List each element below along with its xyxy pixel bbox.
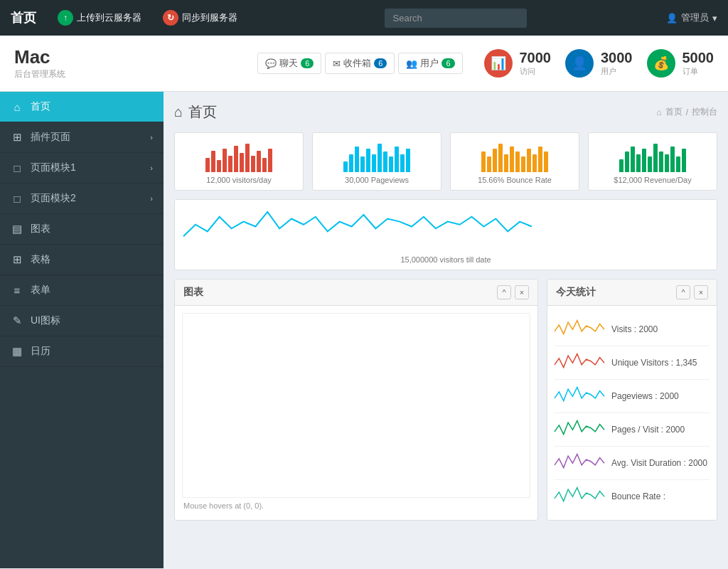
today-stat-row-1: Unique Visitors : 1,345 <box>555 346 710 380</box>
bar <box>406 149 410 172</box>
bar <box>240 153 244 172</box>
users-stat-num: 3000 <box>601 50 633 66</box>
search-input[interactable] <box>385 9 527 28</box>
today-stat-label-0: Visits : 2000 <box>611 324 710 334</box>
mini-sparkline-4 <box>555 452 604 474</box>
module2-icon: □ <box>11 193 23 205</box>
breadcrumb-home-link[interactable]: 首页 <box>665 106 682 118</box>
stat-card-1: 30,000 Pageviews <box>312 132 441 191</box>
bar <box>251 156 255 172</box>
bar <box>504 154 508 172</box>
ui-icons-icon: ✎ <box>11 314 23 327</box>
chart-title: 图表 <box>183 286 203 299</box>
bar <box>498 144 503 172</box>
main-chart-svg <box>183 314 530 497</box>
bar <box>245 144 250 172</box>
today-stat-label-4: Avg. Visit Duration : 2000 <box>611 458 710 468</box>
bar <box>400 154 405 172</box>
visits-stat: 📊 7000 访问 <box>484 49 552 78</box>
charts-icon: ▤ <box>11 223 23 235</box>
stat-card-bars-3 <box>597 140 708 172</box>
today-close-btn[interactable]: × <box>694 285 708 299</box>
bar <box>205 158 210 172</box>
bar <box>234 146 238 172</box>
chevron-right-icon: › <box>150 133 153 142</box>
sidebar-item-home[interactable]: ⌂ 首页 <box>0 92 164 122</box>
today-stat-row-5: Bounce Rate : <box>555 480 710 513</box>
chat-btn[interactable]: 💬 聊天 6 <box>257 53 321 74</box>
header-stats: 📊 7000 访问 👤 3000 用户 💰 5000 订单 <box>484 49 714 78</box>
sparkline-chart <box>183 207 532 250</box>
stat-card-2: 15.66% Bounce Rate <box>450 132 579 191</box>
tables-icon: ⊞ <box>11 253 23 266</box>
sidebar: ⌂ 首页 ⊞ 插件页面 › □ 页面模块1 › □ 页面模块2 › ▤ 图表 ⊞… <box>0 92 164 568</box>
users-stat-label: 用户 <box>601 66 633 77</box>
sidebar-item-ui-icons[interactable]: ✎ UI图标 <box>0 306 164 336</box>
inbox-btn[interactable]: ✉ 收件箱 6 <box>325 53 395 74</box>
chart-minimize-btn[interactable]: ^ <box>497 285 511 299</box>
bar <box>527 149 531 172</box>
today-stat-row-3: Pages / Visit : 2000 <box>555 413 710 447</box>
sidebar-item-module1[interactable]: □ 页面模块1 › <box>0 153 164 184</box>
sidebar-item-plugins[interactable]: ⊞ 插件页面 › <box>0 122 164 153</box>
users-btn[interactable]: 👥 用户 6 <box>398 53 462 74</box>
home-icon: ⌂ <box>11 101 23 113</box>
users-icon: 👥 <box>406 58 417 69</box>
header-bar: Mac 后台管理系统 💬 聊天 6 ✉ 收件箱 6 👥 用户 6 📊 7000 … <box>0 36 728 92</box>
breadcrumb-home-icon: ⌂ <box>656 107 661 117</box>
stat-card-3: $12,000 Revenue/Day <box>588 132 717 191</box>
sync-icon: ↻ <box>163 10 178 26</box>
bar <box>682 149 686 172</box>
upload-btn[interactable]: ↑ 上传到云服务器 <box>50 6 149 29</box>
calendar-icon: ▦ <box>11 345 23 358</box>
bar <box>659 151 663 172</box>
visits-icon: 📊 <box>484 49 513 78</box>
bar <box>642 149 646 172</box>
bar <box>648 156 652 172</box>
today-stat-row-2: Pageviews : 2000 <box>555 380 710 413</box>
forms-icon: ≡ <box>11 284 23 297</box>
users-count: 6 <box>441 58 454 68</box>
today-title: 今天统计 <box>556 286 596 299</box>
chart-area <box>182 313 530 498</box>
stat-card-bars-0 <box>183 140 294 172</box>
stat-card-label-1: 30,000 Pageviews <box>321 176 432 184</box>
upload-icon: ↑ <box>58 10 73 26</box>
brand-subtitle: 后台管理系统 <box>14 68 65 80</box>
bar <box>636 154 641 172</box>
today-minimize-btn[interactable]: ^ <box>676 285 690 299</box>
orders-label: 订单 <box>682 66 714 77</box>
sidebar-item-calendar[interactable]: ▦ 日历 <box>0 336 164 367</box>
users-stat: 👤 3000 用户 <box>565 49 633 78</box>
plugins-icon: ⊞ <box>11 131 23 144</box>
sidebar-item-module2[interactable]: □ 页面模块2 › <box>0 184 164 214</box>
top-navbar: 首页 ↑ 上传到云服务器 ↻ 同步到服务器 👤 管理员 ▾ <box>0 0 728 36</box>
nav-brand: 首页 <box>11 9 36 26</box>
sync-btn[interactable]: ↻ 同步到服务器 <box>156 6 245 29</box>
bar <box>389 156 393 172</box>
heading-home-icon: ⌂ <box>174 104 183 120</box>
chart-close-btn[interactable]: × <box>515 285 529 299</box>
orders-num: 5000 <box>682 50 714 66</box>
bar <box>383 151 387 172</box>
module1-icon: □ <box>11 162 23 174</box>
today-stat-label-1: Unique Visitors : 1,345 <box>611 358 710 368</box>
chat-icon: 💬 <box>265 58 277 69</box>
sidebar-item-forms[interactable]: ≡ 表单 <box>0 275 164 306</box>
bar <box>223 149 227 172</box>
bar <box>366 149 370 172</box>
orders-icon: 💰 <box>647 49 675 78</box>
sidebar-item-charts[interactable]: ▤ 图表 <box>0 214 164 245</box>
sidebar-item-tables[interactable]: ⊞ 表格 <box>0 245 164 275</box>
bar <box>360 156 365 172</box>
admin-menu[interactable]: 👤 管理员 ▾ <box>666 11 717 24</box>
today-stat-label-2: Pageviews : 2000 <box>611 391 710 401</box>
stat-card-bars-2 <box>459 140 570 172</box>
bar <box>211 151 215 172</box>
bar <box>257 151 261 172</box>
chart-panel-body: Mouse hovers at (0, 0). <box>175 306 537 517</box>
inbox-icon: ✉ <box>333 58 341 69</box>
bar <box>481 151 486 172</box>
brand-block: Mac 后台管理系统 <box>14 46 65 80</box>
brand-title: Mac <box>14 46 65 68</box>
